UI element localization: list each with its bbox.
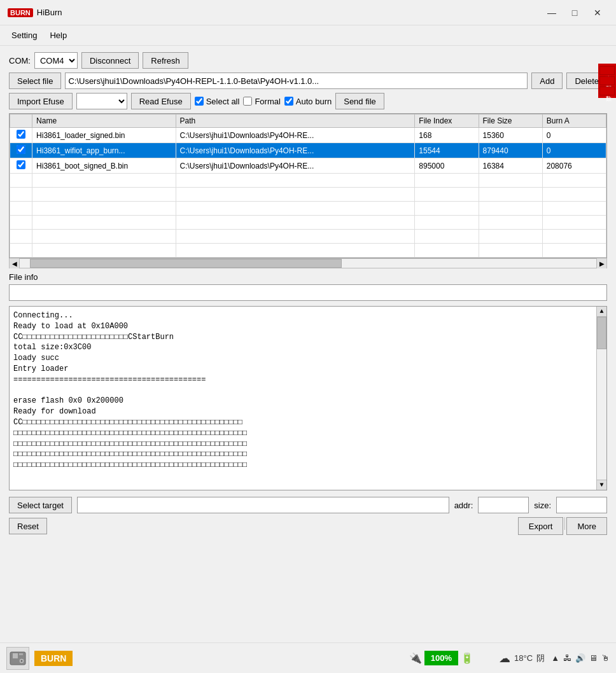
row-burn-2: 208076: [542, 158, 606, 174]
table-empty-row: [10, 244, 606, 258]
log-content: Connecting... Ready to load at 0x10A000 …: [13, 310, 603, 471]
send-file-button[interactable]: Send file: [335, 93, 384, 109]
maximize-button[interactable]: □: [564, 5, 585, 20]
scroll-right-button[interactable]: ▶: [596, 258, 606, 268]
col-header-index: File Index: [415, 114, 479, 128]
table-row[interactable]: Hi3861_loader_signed.bin C:\Users\jhui1\…: [10, 128, 606, 143]
log-scroll-thumb[interactable]: [597, 317, 606, 349]
col-header-path: Path: [176, 114, 415, 128]
select-target-button[interactable]: Select target: [9, 497, 72, 513]
select-all-label: Select all: [206, 97, 240, 106]
file-row: Select file C:\Users\jhui1\Downloads\Py4…: [9, 73, 607, 89]
reset-button[interactable]: Reset: [9, 518, 47, 534]
close-button[interactable]: ✕: [587, 5, 608, 20]
log-scroll-up-button[interactable]: ▲: [597, 307, 606, 317]
bottom-row2: Reset Export More: [9, 517, 607, 535]
table-empty-row: [10, 174, 606, 188]
weather-condition: 阴: [536, 653, 545, 664]
csdn-tab-1[interactable]: 详: [599, 66, 615, 75]
add-button[interactable]: Add: [531, 73, 563, 89]
col-header-size: File Size: [479, 114, 542, 128]
select-all-checkbox-label[interactable]: Select all: [195, 97, 240, 106]
row-check-0[interactable]: [10, 128, 32, 143]
col-header-burn: Burn A: [542, 114, 606, 128]
row-check-2[interactable]: [10, 158, 32, 174]
status-bar: BURN 🔌 100% 🔋 ☁ 18°C 阴 ▲ 🖧 🔊 🖥 🖱: [0, 642, 616, 673]
addr-label: addr:: [454, 501, 473, 510]
row-index-1: 15544: [415, 143, 479, 158]
scroll-thumb[interactable]: [30, 259, 342, 268]
minimize-button[interactable]: —: [541, 5, 563, 20]
menu-bar: Setting Help: [0, 25, 616, 46]
burn-button[interactable]: BURN: [34, 651, 73, 666]
efuse-row: Import Efuse Read Efuse Select all Forma…: [9, 93, 607, 109]
svg-rect-2: [19, 653, 23, 655]
log-scrollbar: ▲ ▼: [596, 307, 606, 490]
row-burn-0: 0: [542, 128, 606, 143]
table-empty-row: [10, 202, 606, 216]
row-size-1: 879440: [479, 143, 542, 158]
table-row[interactable]: Hi3861_wifiot_app_burn... C:\Users\jhui1…: [10, 143, 606, 158]
auto-burn-checkbox-label[interactable]: Auto burn: [284, 97, 332, 106]
file-info-input[interactable]: [9, 284, 607, 301]
battery-icon: 🔋: [461, 652, 473, 664]
tray-mouse-icon: 🖱: [601, 653, 610, 663]
row-check-1[interactable]: [10, 143, 32, 158]
size-label: size:: [534, 501, 551, 510]
com-row: COM: COM4 Disconnect Refresh: [9, 52, 607, 69]
tray-monitor-icon: 🖥: [589, 653, 598, 663]
refresh-button[interactable]: Refresh: [143, 52, 188, 69]
tray-up-icon: ▲: [551, 653, 559, 663]
window-title: HiBurn: [37, 8, 541, 17]
addr-input[interactable]: [478, 497, 529, 513]
formal-checkbox-label[interactable]: Formal: [243, 97, 280, 106]
row-burn-1: 0: [542, 143, 606, 158]
row-name-0: Hi3861_loader_signed.bin: [32, 128, 176, 143]
size-input[interactable]: [556, 497, 607, 513]
row-name-1: Hi3861_wifiot_app_burn...: [32, 143, 176, 158]
target-input[interactable]: [77, 497, 449, 513]
row-index-0: 168: [415, 128, 479, 143]
main-content: COM: COM4 Disconnect Refresh Select file…: [0, 46, 616, 541]
svg-point-4: [21, 660, 23, 662]
row-checkbox-1[interactable]: [17, 145, 25, 154]
read-efuse-button[interactable]: Read Efuse: [131, 93, 191, 109]
file-table-container: Name Path File Index File Size Burn A Hi…: [9, 113, 607, 258]
export-button[interactable]: Export: [518, 517, 564, 535]
csdn-tab-2[interactable]: 配: [599, 76, 615, 85]
more-button[interactable]: More: [566, 517, 607, 535]
table-row[interactable]: Hi3861_boot_signed_B.bin C:\Users\jhui1\…: [10, 158, 606, 174]
file-table: Name Path File Index File Size Burn A Hi…: [10, 114, 606, 258]
log-scroll-down-button[interactable]: ▼: [597, 480, 606, 490]
com-label: COM:: [9, 56, 31, 66]
select-all-checkbox[interactable]: [195, 97, 204, 106]
select-file-button[interactable]: Select file: [9, 73, 61, 89]
system-tray: ▲ 🖧 🔊 🖥 🖱: [551, 653, 610, 663]
row-checkbox-0[interactable]: [17, 130, 25, 139]
horizontal-scrollbar[interactable]: ◀ ▶: [9, 258, 607, 268]
row-index-2: 895000: [415, 158, 479, 174]
csdn-tab-3[interactable]: 数: [599, 87, 615, 95]
disconnect-button[interactable]: Disconnect: [81, 52, 139, 69]
row-checkbox-2[interactable]: [17, 160, 25, 169]
tray-volume-icon: 🔊: [575, 653, 585, 663]
row-path-1: C:\Users\jhui1\Downloads\Py4OH-RE...: [176, 143, 415, 158]
import-efuse-button[interactable]: Import Efuse: [9, 93, 73, 109]
weather-area: ☁ 18°C 阴: [499, 651, 545, 665]
auto-burn-checkbox[interactable]: [284, 97, 293, 106]
table-empty-row: [10, 216, 606, 230]
burn-icon-box: [6, 647, 29, 670]
log-area: Connecting... Ready to load at 0x10A000 …: [9, 306, 607, 490]
table-empty-row: [10, 230, 606, 244]
csdn-sidebar: 详 配 数: [598, 64, 616, 98]
efuse-select[interactable]: [76, 93, 127, 109]
title-bar: BURN HiBurn — □ ✕: [0, 0, 616, 25]
log-scroll-track: [597, 317, 606, 480]
menu-help[interactable]: Help: [43, 28, 73, 43]
com-select[interactable]: COM4: [34, 52, 78, 69]
battery-area: 🔌 100% 🔋: [409, 651, 473, 665]
scroll-left-button[interactable]: ◀: [10, 258, 20, 268]
file-info-label: File info: [9, 272, 607, 282]
formal-checkbox[interactable]: [243, 97, 252, 106]
menu-setting[interactable]: Setting: [5, 28, 43, 43]
